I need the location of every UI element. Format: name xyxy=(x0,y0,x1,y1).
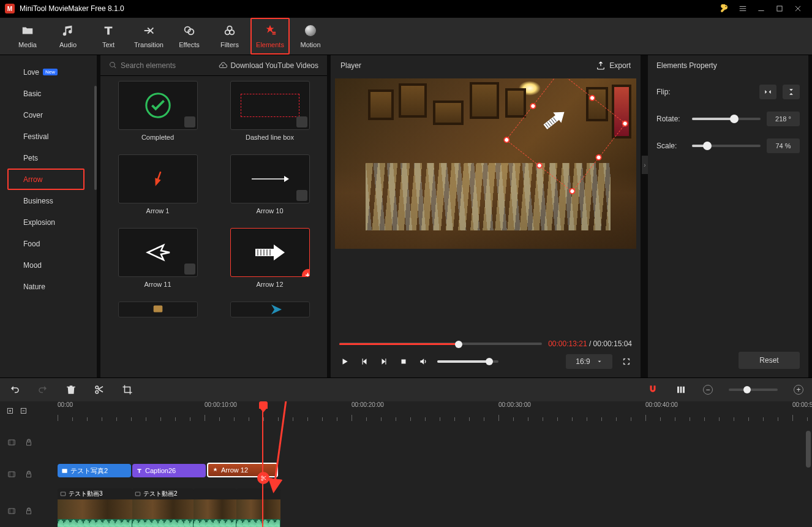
tab-text-label: Text xyxy=(102,41,115,48)
zoom-in-button[interactable]: + xyxy=(794,385,803,395)
minimize-button[interactable] xyxy=(752,0,770,17)
license-key-icon[interactable] xyxy=(715,0,734,17)
search-input[interactable]: Search elements xyxy=(109,61,201,70)
overlay-track-2[interactable]: テスト写真2 Caption26 Arrow 12 xyxy=(58,461,812,487)
delete-button[interactable] xyxy=(65,384,77,396)
close-button[interactable] xyxy=(789,0,807,17)
cat-cover[interactable]: Cover xyxy=(7,104,85,126)
timeline-scrollbar[interactable] xyxy=(806,431,811,468)
app-title: MiniTool MovieMaker Free 8.1.0 xyxy=(20,4,124,13)
cat-mood[interactable]: Mood xyxy=(7,254,85,276)
cat-nature[interactable]: Nature xyxy=(7,276,85,297)
crop-button[interactable] xyxy=(121,384,133,396)
export-icon xyxy=(596,61,606,70)
stop-button[interactable] xyxy=(398,356,409,367)
rotate-value[interactable]: 218 ° xyxy=(767,112,800,126)
cat-basic[interactable]: Basic xyxy=(7,83,85,104)
export-button[interactable]: Export xyxy=(596,61,631,70)
split-indicator-icon[interactable] xyxy=(257,472,269,484)
clip-image[interactable]: テスト写真2 xyxy=(58,464,131,477)
maximize-button[interactable] xyxy=(770,0,789,17)
aspect-ratio-select[interactable]: 16:9 xyxy=(566,354,612,369)
next-frame-button[interactable] xyxy=(378,356,389,367)
tab-elements[interactable]: Elements xyxy=(250,18,290,55)
add-marker-in-button[interactable] xyxy=(6,407,15,418)
tab-audio[interactable]: Audio xyxy=(48,18,88,55)
tab-audio-label: Audio xyxy=(59,41,77,48)
cat-festival[interactable]: Festival xyxy=(7,126,85,147)
flip-vertical-button[interactable] xyxy=(783,85,800,99)
image-icon xyxy=(61,468,68,474)
svg-point-5 xyxy=(230,30,234,34)
tab-effects[interactable]: Effects xyxy=(170,18,209,55)
lock-icon[interactable] xyxy=(24,507,33,515)
category-scrollbar[interactable] xyxy=(94,86,97,190)
seek-bar[interactable]: 00:00:13:21 / 00:00:15:04 xyxy=(339,338,632,349)
timeline-panel: − + xyxy=(0,377,812,527)
cat-love[interactable]: LoveNew xyxy=(7,61,85,83)
tab-motion[interactable]: Motion xyxy=(291,18,330,55)
add-element-button[interactable]: + xyxy=(302,269,310,277)
scale-slider[interactable] xyxy=(692,145,761,147)
flip-horizontal-button[interactable] xyxy=(759,85,776,99)
element-arrow-1[interactable]: Arrow 1 xyxy=(109,154,206,226)
tv-arrow-icon xyxy=(149,303,167,316)
undo-button[interactable] xyxy=(9,384,21,396)
scale-value[interactable]: 74 % xyxy=(767,138,800,153)
title-bar: M MiniTool MovieMaker Free 8.1.0 xyxy=(0,0,812,17)
download-icon[interactable] xyxy=(296,116,307,127)
snap-toggle[interactable] xyxy=(647,384,659,396)
split-button[interactable] xyxy=(93,384,105,396)
app-logo: M xyxy=(5,4,15,13)
tab-media[interactable]: Media xyxy=(8,18,47,55)
redo-button[interactable] xyxy=(37,384,49,396)
svg-rect-37 xyxy=(62,469,67,472)
clip-caption[interactable]: Caption26 xyxy=(132,464,206,477)
element-completed[interactable]: Completed xyxy=(109,81,206,152)
svg-point-4 xyxy=(225,30,230,34)
timeline-ruler[interactable]: 00:0000:00:10:0000:00:20:0000:00:30:0000… xyxy=(58,401,812,423)
properties-title: Elements Property xyxy=(648,55,808,76)
volume-slider[interactable] xyxy=(437,360,498,363)
video-track[interactable]: テスト動画3テスト動画2 xyxy=(58,487,812,527)
track-headers xyxy=(0,401,58,527)
playhead[interactable] xyxy=(262,401,263,527)
reset-button[interactable]: Reset xyxy=(739,352,800,369)
panel-collapse-icon[interactable]: › xyxy=(642,156,648,174)
zoom-out-button[interactable]: − xyxy=(703,385,713,395)
tab-transition[interactable]: Transition xyxy=(129,18,168,55)
menu-icon[interactable] xyxy=(734,0,752,17)
cat-business[interactable]: Business xyxy=(7,190,85,211)
tab-text[interactable]: Text xyxy=(89,18,128,55)
lock-icon[interactable] xyxy=(24,470,33,479)
cat-explosion[interactable]: Explosion xyxy=(7,211,85,233)
lock-icon[interactable] xyxy=(24,438,33,447)
track-visibility-button[interactable] xyxy=(675,384,687,396)
element-arrow-11[interactable]: Arrow 11 xyxy=(109,228,206,299)
download-icon[interactable] xyxy=(184,116,195,127)
cat-arrow[interactable]: Arrow xyxy=(7,169,85,190)
element-arrow-12[interactable]: + Arrow 12 xyxy=(221,228,318,299)
rotate-slider[interactable] xyxy=(692,118,761,120)
video-clip[interactable]: テスト動画3 xyxy=(58,488,132,527)
add-marker-out-button[interactable] xyxy=(20,407,28,418)
zoom-slider[interactable] xyxy=(729,389,778,391)
tab-filters[interactable]: Filters xyxy=(210,18,249,55)
element-dashed-box[interactable]: Dashed line box xyxy=(221,81,318,152)
timeline-content[interactable]: 00:0000:00:10:0000:00:20:0000:00:30:0000… xyxy=(58,401,812,527)
download-icon[interactable] xyxy=(184,264,195,275)
overlay-track-1[interactable] xyxy=(58,423,812,461)
cat-food[interactable]: Food xyxy=(7,233,85,254)
download-youtube-link[interactable]: Download YouTube Videos xyxy=(207,61,318,70)
element-arrow-10[interactable]: Arrow 10 xyxy=(221,154,318,226)
prev-frame-button[interactable] xyxy=(359,356,370,367)
video-clip[interactable] xyxy=(194,488,236,527)
cat-pets[interactable]: Pets xyxy=(7,147,85,169)
video-preview[interactable] xyxy=(335,78,636,249)
video-clip[interactable] xyxy=(236,488,280,527)
video-clip[interactable]: テスト動画2 xyxy=(132,488,194,527)
download-icon[interactable] xyxy=(296,190,307,201)
fullscreen-button[interactable] xyxy=(621,356,632,367)
play-button[interactable] xyxy=(339,356,350,367)
volume-icon[interactable] xyxy=(418,356,429,367)
